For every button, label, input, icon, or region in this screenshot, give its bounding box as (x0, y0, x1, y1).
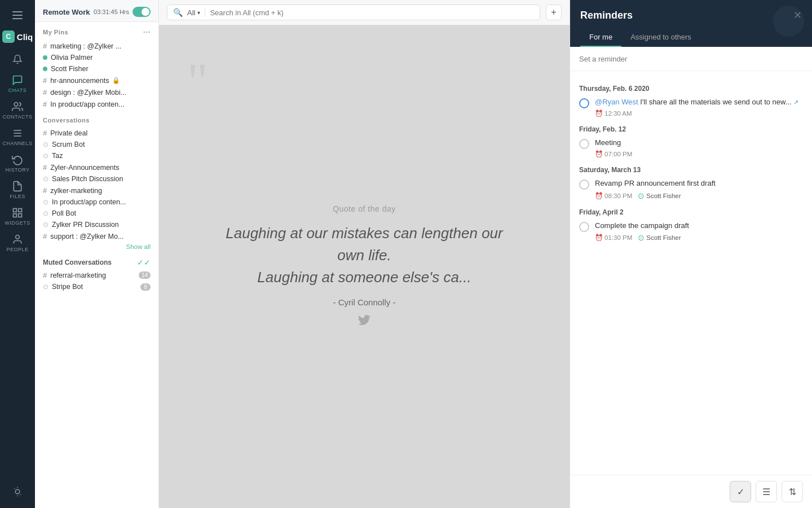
conv-name: Zylker PR Discussion (52, 221, 119, 229)
time-value: 12:30 AM (604, 110, 632, 117)
notification-button[interactable] (12, 51, 23, 68)
search-icon: 🔍 (173, 8, 183, 17)
list-view-button[interactable]: ☰ (756, 481, 777, 502)
show-all-link[interactable]: Show all (43, 242, 151, 252)
search-filter-dropdown[interactable]: All ▾ (187, 8, 205, 17)
reminder-item: @Ryan West I'll share all the materials … (579, 97, 803, 117)
my-pins-section: My Pins ··· # marketing : @Zylker ... Ol… (35, 22, 158, 111)
pin-item-scott-fisher[interactable]: Scott Fisher (43, 63, 151, 75)
conv-name: Private deal (50, 129, 87, 137)
assignee-name: Scott Fisher (646, 192, 681, 199)
hash-icon: # (43, 76, 47, 85)
reminders-footer: ✓ ☰ ⇅ (570, 475, 812, 508)
reminder-time: ⏰ 08:30 PM (595, 192, 632, 200)
clock-icon: ⏰ (595, 150, 603, 158)
reminders-body: Thursday, Feb. 6 2020 @Ryan West I'll sh… (570, 71, 812, 475)
reminder-text: Revamp PR announcement first draft (595, 178, 803, 189)
pin-name: Scott Fisher (51, 65, 89, 73)
sidebar-item-chats[interactable]: CHATS (0, 70, 35, 97)
reminders-panel: Reminders ✕ For me Assigned to others Th… (570, 0, 812, 508)
reminder-input[interactable] (579, 55, 803, 63)
hash-icon: # (43, 88, 47, 97)
search-input[interactable] (210, 8, 534, 17)
muted-badge: 8 (140, 283, 151, 291)
assignee-icon: ⊙ (638, 191, 645, 200)
tab-assigned-to-others[interactable]: Assigned to others (621, 28, 700, 47)
reminder-meta: ⏰ 08:30 PM ⊙ Scott Fisher (595, 191, 803, 200)
hash-icon: # (43, 42, 47, 50)
pin-item[interactable]: # design : @Zylker Mobi... (43, 86, 151, 98)
ryan-west-link[interactable]: @Ryan West (595, 98, 638, 106)
add-button[interactable]: + (546, 5, 562, 20)
pin-item[interactable]: Olivia Palmer (43, 52, 151, 63)
reminder-circle[interactable] (579, 139, 589, 149)
sidebar-item-contacts[interactable]: CONTACTS (0, 97, 35, 123)
status-dot-online (43, 67, 47, 71)
reminder-text: Complete the campaign draft (595, 221, 803, 231)
sidebar-item-channels[interactable]: CHANNELS (0, 123, 35, 150)
reminder-content: Complete the campaign draft ⏰ 01:30 PM ⊙… (595, 221, 803, 242)
main-area: 🔍 All ▾ + " Quote of the day Laughing at… (159, 0, 570, 508)
reminders-tabs: For me Assigned to others (580, 28, 802, 47)
checkmark-view-button[interactable]: ✓ (730, 481, 751, 502)
bot-icon: ⊙ (43, 141, 48, 148)
sort-button[interactable]: ⇅ (782, 481, 803, 502)
muted-item[interactable]: ⊙ Stripe Bot 8 (35, 281, 158, 292)
conv-item[interactable]: # Zyler-Announcements (43, 161, 151, 173)
svg-line-16 (20, 494, 21, 495)
pin-name: design : @Zylker Mobi... (50, 89, 126, 97)
clock-icon: ⏰ (595, 110, 603, 117)
muted-item[interactable]: # referral-marketing 14 (35, 269, 158, 281)
reminder-text: Meeting (595, 138, 803, 148)
hash-icon: # (43, 271, 47, 279)
conv-item[interactable]: # Private deal (43, 127, 151, 139)
reminder-text: @Ryan West I'll share all the materials … (595, 97, 803, 107)
svg-line-15 (14, 488, 15, 489)
pin-item[interactable]: # hr-announcements 🔒 (43, 75, 151, 86)
conv-item[interactable]: ⊙ In product/app conten... (43, 196, 151, 208)
quote-author: - Cyril Connolly - (223, 297, 505, 307)
app-logo[interactable]: C Cliq (2, 25, 33, 51)
reminder-item: Complete the campaign draft ⏰ 01:30 PM ⊙… (579, 221, 803, 242)
app-logo-icon: C (2, 30, 15, 43)
reminders-input-area (570, 47, 812, 71)
conv-item[interactable]: ⊙ Zylker PR Discussion (43, 219, 151, 230)
sidebar-item-history[interactable]: HISTORY (0, 150, 35, 176)
conv-item[interactable]: # zylker-marketing (43, 185, 151, 196)
reminder-time: ⏰ 07:00 PM (595, 150, 632, 158)
nav-label-people: PEOPLE (6, 247, 28, 252)
conv-name: support : @Zylker Mo... (50, 233, 123, 240)
nav-label-chats: CHATS (8, 87, 27, 93)
theme-toggle-button[interactable] (0, 482, 35, 500)
quote-label: Quote of the day (223, 204, 505, 213)
hash-icon: # (43, 232, 47, 240)
assignee-name: Scott Fisher (646, 234, 681, 241)
icon-bar-bottom (0, 482, 35, 508)
quote-area: Quote of the day Laughing at our mistake… (201, 182, 528, 352)
pin-item[interactable]: # marketing : @Zylker ... (43, 40, 151, 52)
workspace-name: Remote Work (43, 8, 90, 16)
tab-for-me[interactable]: For me (580, 28, 621, 47)
pin-name: marketing : @Zylker ... (50, 42, 121, 50)
my-pins-options[interactable]: ··· (143, 28, 151, 37)
sidebar-item-people[interactable]: PEOPLE (0, 229, 35, 256)
reminder-circle[interactable] (579, 179, 589, 190)
conv-item[interactable]: ⊙ Poll Bot (43, 208, 151, 219)
work-toggle[interactable] (133, 7, 151, 17)
pin-item[interactable]: # In product/app conten... (43, 98, 151, 110)
pin-name: Olivia Palmer (51, 54, 92, 62)
hamburger-button[interactable] (12, 6, 23, 25)
external-link-icon[interactable]: ↗ (793, 99, 798, 106)
conv-item[interactable]: ⊙ Taz (43, 150, 151, 161)
conv-name: Taz (52, 152, 63, 160)
conv-item[interactable]: # support : @Zylker Mo... (43, 230, 151, 242)
reminder-meta: ⏰ 12:30 AM (595, 110, 803, 117)
sidebar-item-widgets[interactable]: WIDGETS (0, 203, 35, 229)
conv-item[interactable]: ⊙ Scrum Bot (43, 139, 151, 150)
sidebar-item-files[interactable]: FILES (0, 176, 35, 203)
muted-conversations-title: Muted Conversations (43, 259, 112, 266)
reminder-assignee: ⊙ Scott Fisher (638, 233, 681, 242)
conv-item[interactable]: ⊙ Sales Pitch Discussion (43, 173, 151, 185)
reminder-circle[interactable] (579, 222, 589, 232)
reminder-circle[interactable] (579, 98, 589, 108)
